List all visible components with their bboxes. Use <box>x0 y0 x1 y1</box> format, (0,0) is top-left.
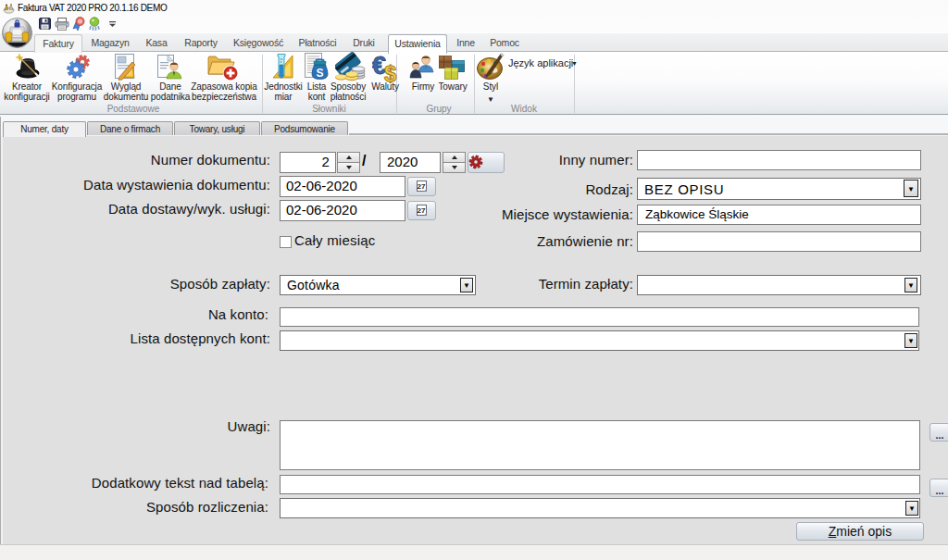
svg-text:$: $ <box>384 61 397 83</box>
svg-text:S: S <box>316 67 323 80</box>
svg-text:27: 27 <box>418 182 426 191</box>
svg-text:27: 27 <box>418 206 426 215</box>
